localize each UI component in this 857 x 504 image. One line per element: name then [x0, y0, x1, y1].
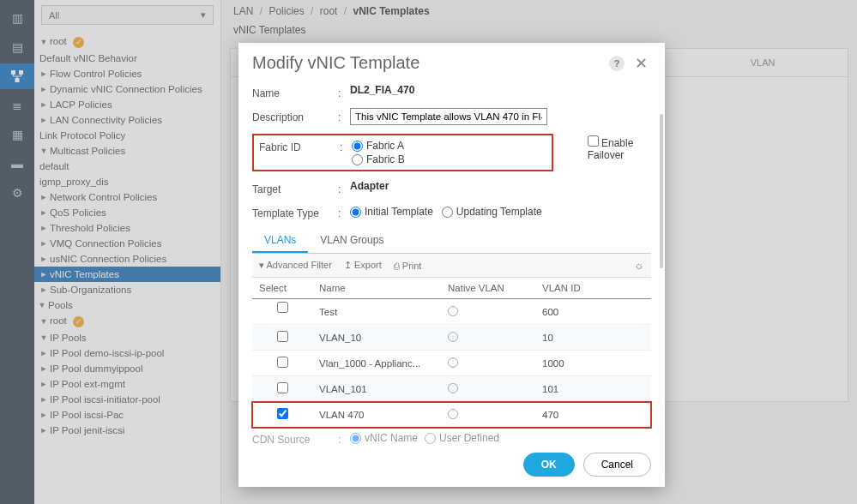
vlan-id: 600 [535, 299, 651, 325]
vlan-row[interactable]: VLAN 470470 [252, 402, 651, 428]
print-button[interactable]: ⎙ Print [394, 261, 422, 271]
vlan-id: 101 [535, 376, 651, 402]
close-icon[interactable]: ✕ [631, 54, 651, 73]
vlan-table: Select Name Native VLAN VLAN ID Test600V… [252, 278, 651, 428]
nav-icon-vm[interactable]: ▦ [0, 122, 34, 147]
vlan-select-checkbox[interactable] [277, 382, 288, 393]
row-target: Target : Adapter [252, 176, 651, 200]
modify-vnic-template-dialog: Modify vNIC Template ? ✕ Name : DL2_FIA_… [238, 43, 665, 487]
tree-item[interactable]: IP Pool iscsi-initiator-pool [34, 392, 220, 407]
tree-item[interactable]: VMQ Connection Policies [34, 236, 220, 251]
tree-item[interactable]: IP Pool jenit-iscsi [34, 423, 220, 438]
tree-item[interactable]: IP Pool demo-iscsi-ip-pool [34, 345, 220, 361]
root-badge-icon: ✓ [73, 37, 84, 48]
col-id: VLAN ID [535, 278, 651, 299]
vlan-toolbar: ▾ Advanced Filter ↥ Export ⎙ Print ☼ [252, 254, 651, 278]
vlan-name: VLAN_101 [312, 376, 441, 402]
tree-item[interactable]: IP Pool iscsi-Pac [34, 407, 220, 423]
tabs: VLANs VLAN Groups [252, 229, 651, 254]
nav-icon-admin[interactable]: ⚙ [0, 180, 34, 206]
name-value: DL2_FIA_470 [347, 84, 651, 96]
breadcrumb-item[interactable]: root [320, 5, 338, 17]
vlan-id: 470 [535, 402, 651, 428]
dialog-title: Modify vNIC Template [252, 53, 609, 73]
main-col-vlan: VLAN [688, 57, 837, 68]
breadcrumb: LAN / Policies / root / vNIC Templates [221, 0, 857, 22]
col-name: Name [312, 278, 441, 299]
enable-failover-checkbox[interactable]: Enable Failover [588, 137, 634, 161]
row-fabric: Fabric ID : Fabric A Fabric B Enable Fai… [252, 129, 651, 176]
vlan-row[interactable]: Vlan_1000 - Applianc...1000 [252, 351, 651, 376]
tree-item[interactable]: usNIC Connection Policies [34, 251, 220, 267]
cdn-user-radio[interactable]: User Defined [425, 432, 499, 444]
tree-item[interactable]: QoS Policies [34, 205, 220, 220]
filter-label: All [49, 10, 59, 21]
description-input[interactable] [350, 108, 547, 125]
target-value: Adapter [347, 180, 651, 192]
vlan-row[interactable]: VLAN_1010 [252, 325, 651, 351]
advanced-filter-button[interactable]: ▾ Advanced Filter [259, 260, 332, 271]
fabric-a-radio[interactable]: Fabric A [352, 140, 405, 152]
vlan-select-checkbox[interactable] [277, 357, 288, 368]
svg-rect-0 [11, 70, 15, 75]
row-name: Name : DL2_FIA_470 [252, 80, 651, 104]
row-cdn: CDN Source : vNIC Name User Defined [252, 426, 651, 444]
native-vlan-radio[interactable] [448, 357, 458, 368]
filter-dropdown[interactable]: All ▾ [41, 5, 214, 25]
ok-button[interactable]: OK [523, 453, 575, 477]
tree-pools-root[interactable]: root ✓ [34, 313, 220, 330]
dialog-body: Name : DL2_FIA_470 Description : Fabric … [238, 80, 665, 444]
gear-icon[interactable]: ☼ [634, 259, 644, 272]
export-button[interactable]: ↥ Export [344, 260, 382, 271]
tree-item[interactable]: igmp_proxy_dis [34, 174, 220, 189]
svg-rect-1 [19, 70, 23, 75]
breadcrumb-item[interactable]: LAN [233, 5, 253, 17]
nav-icon-lan[interactable] [0, 63, 34, 89]
nav-icon-servers[interactable]: ▤ [0, 34, 34, 60]
tree-item[interactable]: default [34, 159, 220, 174]
tree-item[interactable]: Sub-Organizations [34, 282, 220, 297]
tree-item[interactable]: Default vNIC Behavior [34, 51, 220, 66]
row-description: Description : [252, 104, 651, 129]
native-vlan-radio[interactable] [448, 306, 458, 316]
vlan-name: VLAN 470 [312, 402, 441, 428]
tree-root[interactable]: root ✓ [34, 33, 220, 51]
help-icon[interactable]: ? [609, 56, 625, 71]
tree-ip-pools[interactable]: IP Pools [34, 330, 220, 345]
vlan-row[interactable]: VLAN_101101 [252, 376, 651, 402]
vlan-select-checkbox[interactable] [277, 331, 288, 342]
tree-item[interactable]: LAN Connectivity Policies [34, 112, 220, 128]
native-vlan-radio[interactable] [448, 383, 458, 393]
scrollbar[interactable] [660, 114, 663, 268]
tree-item[interactable]: LACP Policies [34, 97, 220, 112]
nav-tree: root ✓ Default vNIC Behavior Flow Contro… [34, 30, 220, 441]
vlan-id: 10 [535, 325, 651, 351]
updating-template-radio[interactable]: Updating Template [442, 206, 542, 218]
tab-vlans[interactable]: VLANs [252, 229, 308, 253]
vlan-select-checkbox[interactable] [277, 302, 288, 313]
tree-item[interactable]: Dynamic vNIC Connection Policies [34, 81, 220, 97]
breadcrumb-item[interactable]: Policies [269, 5, 304, 17]
tree-item-vnic-templates[interactable]: vNIC Templates [34, 267, 220, 282]
tree-item[interactable]: IP Pool dummyippool [34, 361, 220, 376]
vlan-select-checkbox[interactable] [277, 408, 288, 419]
cancel-button[interactable]: Cancel [583, 453, 651, 477]
nav-icon-storage[interactable]: ▬ [0, 151, 34, 177]
left-icon-bar: ▥ ▤ ≣ ▦ ▬ ⚙ [0, 0, 34, 504]
tree-item[interactable]: Network Control Policies [34, 189, 220, 205]
fabric-b-radio[interactable]: Fabric B [352, 153, 405, 165]
nav-icon-san[interactable]: ≣ [0, 93, 34, 118]
initial-template-radio[interactable]: Initial Template [350, 206, 433, 218]
tree-pools[interactable]: Pools [34, 297, 220, 313]
tab-vlan-groups[interactable]: VLAN Groups [308, 229, 395, 253]
vlan-row[interactable]: Test600 [252, 299, 651, 325]
tree-item[interactable]: Threshold Policies [34, 220, 220, 236]
tree-item[interactable]: Flow Control Policies [34, 66, 220, 81]
tree-item[interactable]: Multicast Policies [34, 143, 220, 159]
native-vlan-radio[interactable] [448, 332, 458, 342]
tree-item[interactable]: Link Protocol Policy [34, 128, 220, 143]
nav-icon-equipment[interactable]: ▥ [0, 5, 34, 31]
cdn-vnic-radio[interactable]: vNIC Name [350, 432, 418, 444]
native-vlan-radio[interactable] [448, 409, 458, 419]
tree-item[interactable]: IP Pool ext-mgmt [34, 376, 220, 392]
